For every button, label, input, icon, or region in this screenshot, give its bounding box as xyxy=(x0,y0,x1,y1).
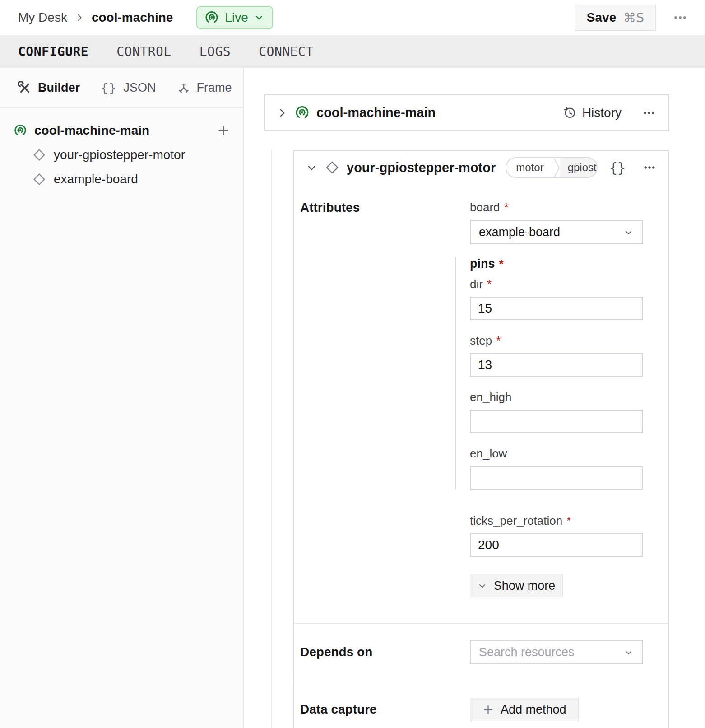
data-capture-heading: Data capture xyxy=(300,702,470,717)
chevron-down-icon xyxy=(254,13,264,23)
required-asterisk: * xyxy=(487,277,492,291)
braces-icon: {} xyxy=(101,81,117,95)
sidebar-tab-builder-label: Builder xyxy=(38,81,80,95)
attributes-section: Attributes board* example-board pins* xyxy=(294,184,668,623)
viam-logo-icon xyxy=(14,124,27,137)
en-low-label: en_low xyxy=(470,447,643,461)
expand-chevron-right-icon[interactable] xyxy=(276,107,288,119)
depends-on-heading: Depends on xyxy=(300,645,470,659)
machine-part-title: cool-machine-main xyxy=(316,105,436,120)
en-low-input[interactable] xyxy=(470,466,643,490)
add-method-label: Add method xyxy=(501,703,566,717)
history-button[interactable]: History xyxy=(563,106,622,120)
sidebar-tab-builder[interactable]: Builder xyxy=(18,81,80,95)
live-status-dropdown[interactable]: Live xyxy=(196,6,273,29)
tab-control[interactable]: CONTROL xyxy=(116,44,172,59)
badge-divider-chevron xyxy=(553,158,560,177)
header-overflow-menu-icon[interactable] xyxy=(673,10,688,25)
view-json-icon[interactable]: {} xyxy=(609,160,626,176)
breadcrumb-current: cool-machine xyxy=(92,10,173,25)
badge-type: motor xyxy=(506,158,553,177)
machine-tabbar: CONFIGURE CONTROL LOGS CONNECT xyxy=(0,35,705,68)
required-asterisk: * xyxy=(566,514,571,528)
viam-logo-icon xyxy=(204,10,219,25)
resource-tree: cool-machine-main your-gpiostepper-motor… xyxy=(0,108,243,191)
show-more-label: Show more xyxy=(494,579,556,593)
sidebar-tab-frame[interactable]: Frame xyxy=(177,81,232,95)
tab-configure[interactable]: CONFIGURE xyxy=(18,44,88,59)
depends-on-select[interactable]: Search resources xyxy=(470,640,643,664)
save-shortcut: ⌘S xyxy=(623,10,644,25)
component-title: your-gpiostepper-motor xyxy=(347,160,496,175)
data-capture-section: Data capture Add method xyxy=(294,681,668,728)
add-component-icon[interactable] xyxy=(217,124,230,137)
component-diamond-icon xyxy=(32,173,46,186)
machine-part-card: cool-machine-main History xyxy=(264,94,669,131)
depends-on-section: Depends on Search resources xyxy=(294,624,668,681)
board-select-value: example-board xyxy=(479,225,560,239)
attributes-heading: Attributes xyxy=(300,201,470,623)
frame-axes-icon xyxy=(177,81,190,95)
dir-label: dir* xyxy=(470,277,643,291)
sidebar-view-tabs: Builder {} JSON Frame xyxy=(0,68,243,108)
badge-model: gpiostepper xyxy=(560,158,598,177)
configure-main-panel: cool-machine-main History xyxy=(244,68,705,728)
component-diamond-icon xyxy=(32,148,46,162)
tools-icon xyxy=(18,81,32,95)
viam-logo-icon xyxy=(295,105,310,120)
chevron-down-icon xyxy=(623,227,634,238)
tree-item-machine-part[interactable]: cool-machine-main xyxy=(14,118,230,143)
dir-input[interactable] xyxy=(470,297,643,320)
board-label: board* xyxy=(470,201,643,215)
pins-label: pins* xyxy=(470,257,643,271)
chevron-down-icon xyxy=(623,647,634,658)
app-header: My Desk cool-machine Live Save ⌘S xyxy=(0,0,705,35)
sidebar-tab-json[interactable]: {} JSON xyxy=(101,81,156,95)
ticks-per-rotation-label: ticks_per_rotation* xyxy=(470,514,643,528)
builder-sidebar: Builder {} JSON Frame xyxy=(0,68,244,728)
required-asterisk: * xyxy=(496,334,501,348)
add-method-button[interactable]: Add method xyxy=(470,698,579,721)
ticks-per-rotation-input[interactable] xyxy=(470,533,643,557)
component-card-gpiostepper: your-gpiostepper-motor motor gpiostepper… xyxy=(293,150,669,728)
chevron-down-icon xyxy=(478,581,487,591)
component-type-badge: motor gpiostepper xyxy=(506,157,598,178)
history-clock-icon xyxy=(563,106,577,120)
show-more-button[interactable]: Show more xyxy=(470,574,563,597)
en-high-input[interactable] xyxy=(470,410,643,433)
save-label: Save xyxy=(587,10,616,25)
required-asterisk: * xyxy=(504,201,509,215)
tree-item-label: your-gpiostepper-motor xyxy=(54,148,185,162)
tree-item-label: cool-machine-main xyxy=(34,123,149,138)
breadcrumb-chevron-icon xyxy=(74,13,84,23)
collapse-chevron-down-icon[interactable] xyxy=(306,162,317,173)
pins-group: pins* dir* step* xyxy=(455,257,643,490)
component-card-header: your-gpiostepper-motor motor gpiostepper… xyxy=(294,151,668,184)
tree-connector-line xyxy=(271,150,272,728)
depends-on-placeholder: Search resources xyxy=(479,645,575,659)
save-button[interactable]: Save ⌘S xyxy=(575,5,656,31)
en-high-label: en_high xyxy=(470,390,643,404)
tree-item-example-board[interactable]: example-board xyxy=(14,167,230,191)
step-label: step* xyxy=(470,334,643,348)
tree-item-gpiostepper-motor[interactable]: your-gpiostepper-motor xyxy=(14,143,230,167)
step-input[interactable] xyxy=(470,353,643,377)
tab-connect[interactable]: CONNECT xyxy=(259,44,314,59)
breadcrumb-root[interactable]: My Desk xyxy=(18,10,67,25)
component-overflow-menu-icon[interactable] xyxy=(643,161,656,174)
tab-logs[interactable]: LOGS xyxy=(199,44,231,59)
sidebar-tab-json-label: JSON xyxy=(124,81,156,95)
sidebar-tab-frame-label: Frame xyxy=(197,81,232,95)
board-select[interactable]: example-board xyxy=(470,220,643,244)
tree-item-label: example-board xyxy=(54,172,138,187)
history-label: History xyxy=(582,106,622,120)
required-asterisk: * xyxy=(499,257,504,271)
plus-icon xyxy=(482,704,494,716)
live-label: Live xyxy=(225,10,248,25)
part-overflow-menu-icon[interactable] xyxy=(642,106,656,120)
component-diamond-icon xyxy=(325,160,339,175)
